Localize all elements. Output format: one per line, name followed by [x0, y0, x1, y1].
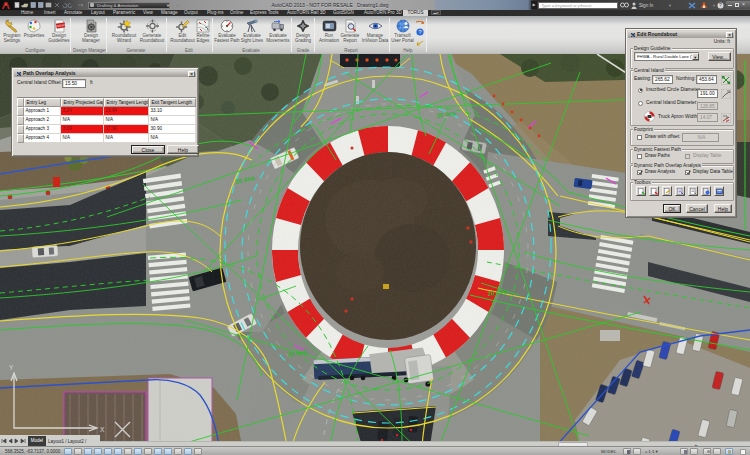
- svg-text:Y: Y: [9, 364, 14, 371]
- svg-text:?: ?: [418, 29, 421, 35]
- svg-text:X: X: [100, 426, 105, 433]
- svg-text:?: ?: [719, 2, 722, 8]
